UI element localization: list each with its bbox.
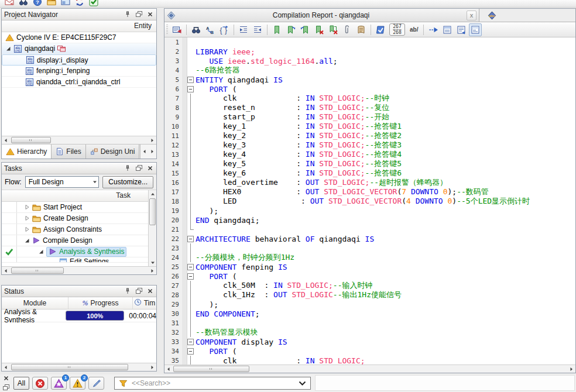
bookmark-gutter[interactable] — [182, 178, 187, 187]
pin-icon[interactable] — [124, 11, 132, 18]
bookmark-gutter[interactable] — [182, 66, 187, 75]
fold-toggle-icon[interactable] — [187, 337, 196, 346]
fold-toggle-icon[interactable] — [187, 346, 196, 356]
bookmark-gutter[interactable] — [182, 37, 187, 47]
open-project-icon[interactable] — [47, 0, 57, 7]
warnings-filter-button[interactable]: 2 — [70, 377, 85, 390]
fold-toggle-icon[interactable] — [187, 234, 196, 243]
check-icon[interactable] — [89, 0, 99, 7]
find-icon[interactable] — [19, 0, 29, 7]
comment-icon[interactable]: ab/ — [407, 26, 420, 33]
help-icon[interactable]: ? — [33, 0, 43, 7]
replace-icon[interactable]: AB — [204, 23, 217, 36]
tab-design-uni[interactable]: Design Uni — [86, 145, 140, 159]
critical-warnings-filter-button[interactable]: 1 — [51, 377, 67, 390]
scroll-down-icon[interactable] — [149, 259, 156, 266]
tasks-hscrollbar[interactable] — [2, 266, 156, 274]
customize-button[interactable]: Customize... — [102, 176, 153, 188]
bookmark-next-icon[interactable] — [284, 23, 297, 36]
save-report-icon[interactable] — [170, 23, 183, 36]
doc-last-icon[interactable] — [469, 23, 482, 36]
bookmark-icon[interactable] — [270, 23, 283, 36]
scroll-right-icon[interactable] — [148, 363, 156, 371]
task-row-start-project[interactable]: Start Project — [2, 202, 156, 213]
project-navigator-hscrollbar[interactable] — [2, 136, 156, 144]
bookmark-gutter[interactable] — [182, 169, 187, 178]
close-tab-icon[interactable]: x — [467, 11, 476, 20]
scrollbar-thumb[interactable] — [11, 267, 64, 274]
close-icon[interactable] — [146, 11, 154, 18]
sync-icon[interactable] — [75, 0, 85, 7]
bookmark-gutter[interactable] — [182, 243, 187, 253]
bookmark-gutter[interactable] — [182, 150, 187, 159]
task-row-create-design[interactable]: Create Design — [2, 213, 156, 224]
tab-files[interactable]: Files — [52, 145, 85, 159]
bookmark-gutter[interactable] — [182, 225, 187, 234]
bookmark-gutter[interactable] — [182, 140, 187, 150]
float-icon[interactable] — [135, 11, 143, 18]
mail-icon[interactable] — [5, 0, 15, 7]
scroll-left-icon[interactable] — [2, 267, 10, 274]
template-icon[interactable] — [355, 23, 368, 36]
tree-item-fenping-i-fenping[interactable]: abcVHDfenping:i_fenping — [2, 66, 156, 77]
find-icon[interactable] — [190, 23, 203, 36]
bookmark-gutter[interactable] — [182, 262, 187, 271]
bookmark-gutter[interactable] — [182, 112, 187, 122]
tab-hierarchy[interactable]: Hierarchy — [2, 145, 52, 159]
bookmark-gutter[interactable] — [182, 346, 187, 356]
pin-icon[interactable] — [124, 287, 132, 295]
scroll-right-icon[interactable] — [567, 365, 575, 373]
bookmark-gutter[interactable] — [182, 290, 187, 300]
check-blue-icon[interactable] — [374, 23, 387, 36]
collapse-arrow-icon[interactable] — [24, 238, 30, 243]
bookmark-gutter[interactable] — [182, 94, 187, 103]
scrollbar-thumb[interactable] — [11, 364, 128, 370]
bookmark-gutter[interactable] — [182, 318, 187, 328]
scrollbar-thumb[interactable] — [149, 198, 156, 225]
tab-scroll-right-icon[interactable] — [150, 149, 155, 154]
attach-icon[interactable] — [341, 23, 354, 36]
bookmark-delete-all-icon[interactable] — [327, 23, 340, 36]
code-editor[interactable]: 12LIBRARY ieee;3 USE ieee.std_logic_1164… — [164, 37, 575, 365]
scroll-right-icon[interactable] — [148, 136, 156, 144]
message-search-input[interactable]: <<Search>> — [114, 377, 311, 390]
bookmark-gutter[interactable] — [182, 75, 187, 84]
doc-first-icon[interactable] — [441, 23, 454, 36]
bookmark-gutter[interactable] — [182, 309, 187, 318]
close-icon[interactable] — [146, 164, 154, 172]
all-messages-button[interactable]: All — [13, 377, 29, 390]
bookmark-gutter[interactable] — [182, 281, 187, 290]
bookmark-gutter[interactable] — [182, 234, 187, 243]
float-icon[interactable] — [135, 164, 143, 172]
bookmark-gutter[interactable] — [182, 215, 187, 225]
scroll-up-icon[interactable] — [149, 190, 156, 198]
doc-prev-icon[interactable] — [455, 23, 468, 36]
tab-compilation-report[interactable]: Compilation Report - qiangdaqi x — [164, 9, 479, 22]
bookmark-gutter[interactable] — [182, 197, 187, 206]
bookmark-gutter[interactable] — [182, 187, 187, 197]
collapse-arrow-icon[interactable] — [5, 46, 11, 51]
scroll-left-icon[interactable] — [2, 136, 10, 144]
bookmark-gutter[interactable] — [182, 356, 187, 365]
fold-toggle-icon[interactable] — [187, 271, 196, 281]
panel-icon[interactable] — [61, 0, 71, 7]
tab-scroll-arrows[interactable] — [140, 145, 156, 159]
tab-vhdl-file[interactable]: abc — [479, 9, 575, 22]
collapse-arrow-icon[interactable] — [38, 249, 44, 255]
float-icon[interactable] — [135, 287, 143, 295]
expand-arrow-icon[interactable] — [24, 204, 30, 210]
expand-arrow-icon[interactable] — [24, 215, 30, 221]
bookmark-gutter[interactable] — [182, 206, 187, 215]
tree-item-qiangdaqi[interactable]: abcVHDqiangdaqi — [2, 43, 156, 54]
expand-arrow-icon[interactable] — [24, 226, 30, 232]
flow-select[interactable]: Full Design — [25, 176, 100, 188]
bookmark-gutter[interactable] — [182, 159, 187, 169]
scroll-left-icon[interactable] — [164, 365, 173, 373]
bookmark-gutter[interactable] — [182, 300, 187, 309]
bookmark-gutter[interactable] — [182, 84, 187, 94]
bookmark-gutter[interactable] — [182, 47, 187, 56]
scroll-right-icon[interactable] — [148, 267, 156, 274]
status-hscrollbar[interactable] — [2, 363, 156, 371]
tree-item-qiandda-ctrl-i-qiandda-ctrl[interactable]: abcVHDqiandda_ctrl:i_qiandda_ctrl — [2, 77, 156, 88]
scrollbar-thumb[interactable] — [173, 366, 249, 372]
